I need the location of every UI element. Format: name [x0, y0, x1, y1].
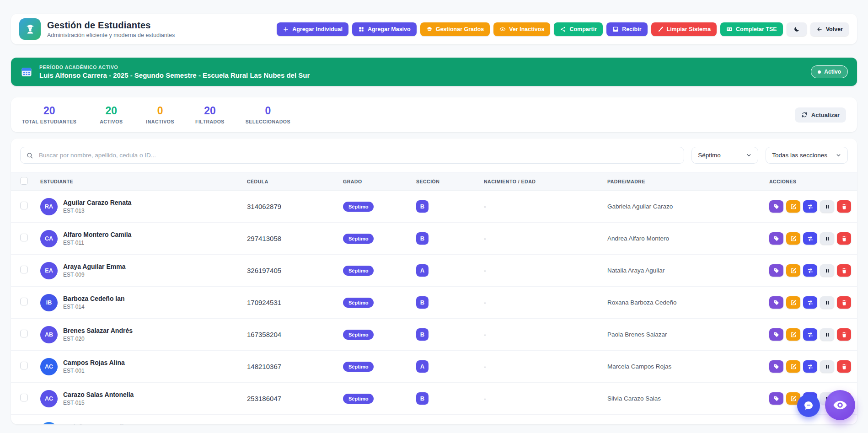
edit-button[interactable] [786, 328, 800, 341]
recibir-button[interactable]: Recibir [606, 22, 647, 36]
row-actions [769, 328, 851, 341]
limpiar-sistema-button[interactable]: Limpiar Sistema [651, 22, 717, 36]
period-banner-label: PERÍODO ACADÉMICO ACTIVO [39, 64, 804, 70]
edit-button[interactable] [786, 200, 800, 213]
tag-icon [773, 267, 780, 274]
ver-inactivos-label: Ver Inactivos [509, 26, 544, 32]
pause-button[interactable] [820, 360, 834, 373]
pause-button[interactable] [820, 296, 834, 309]
search-input[interactable] [20, 147, 684, 164]
section-badge: A [416, 264, 429, 277]
pause-button[interactable] [820, 200, 834, 213]
stats-bar: 20 TOTAL ESTUDIANTES 20 ACTIVOS 0 INACTI… [11, 97, 857, 132]
row-checkbox[interactable] [20, 266, 28, 273]
agregar-masivo-button[interactable]: Agregar Masivo [352, 22, 417, 36]
section-filter-select[interactable]: Todas las secciones [766, 147, 848, 164]
edit-button[interactable] [786, 296, 800, 309]
table-row: SC Cedeño Vargas Sofía EST-005 350812604… [11, 415, 857, 424]
header-actions: Agregar IndividualAgregar MasivoGestiona… [277, 22, 849, 36]
refresh-icon [801, 112, 808, 118]
chat-fab-button[interactable] [797, 394, 820, 417]
transfer-button[interactable] [803, 232, 817, 245]
tag-button[interactable] [769, 392, 783, 405]
grade-badge: Séptimo [343, 298, 374, 308]
preview-fab-button[interactable] [825, 390, 855, 420]
cedula-value: 170924531 [247, 299, 343, 306]
delete-button[interactable] [837, 232, 851, 245]
row-actions [769, 264, 851, 277]
row-checkbox[interactable] [20, 394, 28, 401]
tag-button[interactable] [769, 360, 783, 373]
section-badge: B [416, 328, 429, 341]
pause-button[interactable] [820, 264, 834, 277]
tag-icon [773, 235, 780, 242]
pause-button[interactable] [820, 232, 834, 245]
parent-name: Paola Brenes Salazar [607, 331, 769, 338]
row-checkbox[interactable] [20, 298, 28, 305]
delete-button[interactable] [837, 200, 851, 213]
volver-button[interactable]: Volver [810, 22, 849, 36]
pause-button[interactable] [820, 328, 834, 341]
pencil-icon [790, 299, 797, 306]
grade-filter-select[interactable]: Séptimo [691, 147, 758, 164]
tag-button[interactable] [769, 264, 783, 277]
swap-icon [807, 203, 814, 210]
section-badge: B [416, 232, 429, 245]
status-badge-label: Activo [824, 69, 841, 75]
table-row: AC Campos Rojas Alina EST-001 148210367 … [11, 351, 857, 383]
table-body: RA Aguilar Carazo Renata EST-013 3140628… [11, 191, 857, 424]
pencil-icon [790, 267, 797, 274]
transfer-button[interactable] [803, 328, 817, 341]
status-dot-icon [818, 70, 821, 74]
avatar: AB [40, 326, 58, 343]
row-actions [769, 296, 851, 309]
swap-icon [807, 364, 814, 370]
tag-button[interactable] [769, 328, 783, 341]
select-all-checkbox[interactable] [20, 177, 28, 185]
tag-icon [773, 396, 780, 402]
transfer-button[interactable] [803, 360, 817, 373]
refresh-button[interactable]: Actualizar [795, 107, 846, 123]
period-banner: PERÍODO ACADÉMICO ACTIVO Luis Alfonso Ca… [11, 58, 857, 86]
agregar-masivo-label: Agregar Masivo [368, 26, 411, 32]
transfer-button[interactable] [803, 296, 817, 309]
delete-button[interactable] [837, 296, 851, 309]
birth-age-value: - [484, 235, 607, 242]
avatar: IB [40, 294, 58, 311]
edit-button[interactable] [786, 232, 800, 245]
delete-button[interactable] [837, 264, 851, 277]
delete-button[interactable] [837, 360, 851, 373]
row-checkbox[interactable] [20, 330, 28, 337]
tag-button[interactable] [769, 232, 783, 245]
student-name: Campos Rojas Alina [63, 359, 125, 366]
theme-toggle-button[interactable] [787, 22, 807, 36]
parent-name: Silvia Carazo Salas [607, 395, 769, 402]
student-name: Aguilar Carazo Renata [63, 199, 131, 206]
section-filter-value: Todas las secciones [772, 152, 827, 159]
cedula-value: 167358204 [247, 331, 343, 338]
gestionar-grados-button[interactable]: Gestionar Grados [420, 22, 490, 36]
row-checkbox[interactable] [20, 234, 28, 241]
edit-button[interactable] [786, 264, 800, 277]
transfer-button[interactable] [803, 200, 817, 213]
grade-badge: Séptimo [343, 362, 374, 372]
stat: 20 ACTIVOS [97, 105, 125, 124]
delete-button[interactable] [837, 328, 851, 341]
completar-tse-button[interactable]: Completar TSE [720, 22, 783, 36]
col-header-estudiante: ESTUDIANTE [40, 179, 247, 184]
stat-label: FILTRADOS [195, 119, 225, 124]
row-actions [769, 232, 851, 245]
agregar-individual-button[interactable]: Agregar Individual [277, 22, 348, 36]
row-checkbox[interactable] [20, 202, 28, 209]
birth-age-value: - [484, 267, 607, 274]
ver-inactivos-button[interactable]: Ver Inactivos [493, 22, 550, 36]
row-checkbox[interactable] [20, 362, 28, 369]
birth-age-value: - [484, 395, 607, 402]
edit-button[interactable] [786, 360, 800, 373]
transfer-button[interactable] [803, 264, 817, 277]
tag-button[interactable] [769, 200, 783, 213]
compartir-button[interactable]: Compartir [554, 22, 603, 36]
pencil-icon [790, 235, 797, 242]
table-row: AC Carazo Salas Antonella EST-015 253186… [11, 383, 857, 415]
tag-button[interactable] [769, 296, 783, 309]
